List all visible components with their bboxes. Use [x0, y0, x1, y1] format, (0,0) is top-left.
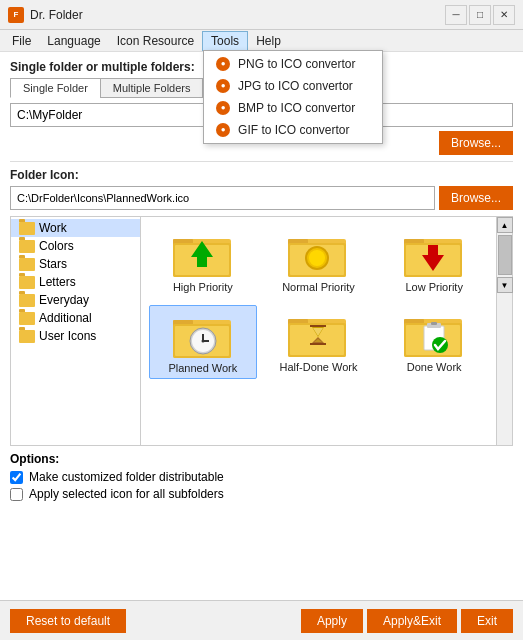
scrollbar: ▲ ▼: [496, 217, 512, 445]
icon-grid-container: High Priority Normal Priority: [141, 217, 496, 445]
dropdown-item-bmp[interactable]: ● BMP to ICO convertor: [204, 97, 382, 119]
high-priority-icon: [173, 229, 233, 281]
icon-grid: High Priority Normal Priority: [149, 225, 488, 379]
dropdown-item-png[interactable]: ● PNG to ICO convertor: [204, 53, 382, 75]
svg-rect-31: [310, 343, 326, 345]
planned-work-label: Planned Work: [168, 362, 237, 374]
apply-exit-button[interactable]: Apply&Exit: [367, 609, 457, 633]
folder-icon-everyday: [19, 294, 35, 307]
exit-button[interactable]: Exit: [461, 609, 513, 633]
tree-item-everyday[interactable]: Everyday: [11, 291, 140, 309]
reset-button[interactable]: Reset to default: [10, 609, 126, 633]
menu-language[interactable]: Language: [39, 32, 108, 50]
icon-browse-button[interactable]: Browse...: [439, 186, 513, 210]
icon-cell-half-done-work[interactable]: Half-Done Work: [265, 305, 373, 379]
svg-rect-30: [310, 325, 326, 327]
tree-item-additional[interactable]: Additional: [11, 309, 140, 327]
menu-icon-resource[interactable]: Icon Resource: [109, 32, 202, 50]
icon-cell-planned-work[interactable]: Planned Work: [149, 305, 257, 379]
tree-item-user-icons[interactable]: User Icons: [11, 327, 140, 345]
checkbox-subfolders-label: Apply selected icon for all subfolders: [29, 487, 224, 501]
planned-work-icon: [173, 310, 233, 362]
tree-item-letters[interactable]: Letters: [11, 273, 140, 291]
half-done-work-label: Half-Done Work: [279, 361, 357, 373]
tree-item-stars[interactable]: Stars: [11, 255, 140, 273]
svg-point-25: [201, 340, 204, 343]
menu-bar: File Language Icon Resource Tools ● PNG …: [0, 30, 523, 52]
low-priority-label: Low Priority: [405, 281, 462, 293]
icon-tree: Work Colors Stars Letters Everyday Addit…: [11, 217, 141, 445]
tree-item-work[interactable]: Work: [11, 219, 140, 237]
folder-icon-stars: [19, 258, 35, 271]
folder-icon-letters: [19, 276, 35, 289]
tab-single-folder[interactable]: Single Folder: [10, 78, 100, 98]
convert-icon-2: ●: [216, 79, 230, 93]
title-bar-buttons: ─ □ ✕: [445, 5, 515, 25]
normal-priority-icon: [288, 229, 348, 281]
icon-cell-low-priority[interactable]: Low Priority: [380, 225, 488, 297]
folder-icon-label: Folder Icon:: [10, 168, 513, 182]
svg-rect-42: [431, 322, 437, 325]
svg-point-11: [309, 250, 325, 266]
menu-file[interactable]: File: [4, 32, 39, 50]
normal-priority-label: Normal Priority: [282, 281, 355, 293]
tree-item-colors[interactable]: Colors: [11, 237, 140, 255]
done-work-label: Done Work: [407, 361, 462, 373]
title-bar: F Dr. Folder ─ □ ✕: [0, 0, 523, 30]
checkbox-distributable-label: Make customized folder distributable: [29, 470, 224, 484]
icon-path-row: Browse...: [10, 186, 513, 210]
options-label: Options:: [10, 452, 513, 466]
half-done-work-icon: [288, 309, 348, 361]
icon-cell-normal-priority[interactable]: Normal Priority: [265, 225, 373, 297]
checkbox-subfolders[interactable]: [10, 488, 23, 501]
menu-tools[interactable]: Tools ● PNG to ICO convertor ● JPG to IC…: [202, 31, 248, 51]
bottom-bar: Reset to default Apply Apply&Exit Exit: [0, 600, 523, 640]
tools-dropdown: ● PNG to ICO convertor ● JPG to ICO conv…: [203, 50, 383, 144]
scroll-up-button[interactable]: ▲: [497, 217, 513, 233]
app-icon: F: [8, 7, 24, 23]
folder-icon-user-icons: [19, 330, 35, 343]
dropdown-item-gif[interactable]: ● GIF to ICO convertor: [204, 119, 382, 141]
app-title: Dr. Folder: [30, 8, 445, 22]
checkbox-row-1[interactable]: Make customized folder distributable: [10, 470, 513, 484]
low-priority-icon: [404, 229, 464, 281]
icon-path-input[interactable]: [10, 186, 435, 210]
dropdown-item-jpg[interactable]: ● JPG to ICO convertor: [204, 75, 382, 97]
tab-multiple-folders[interactable]: Multiple Folders: [100, 78, 204, 98]
folder-icon-work: [19, 222, 35, 235]
high-priority-label: High Priority: [173, 281, 233, 293]
convert-icon: ●: [216, 57, 230, 71]
icon-browser: Work Colors Stars Letters Everyday Addit…: [10, 216, 513, 446]
done-work-icon: [404, 309, 464, 361]
close-button[interactable]: ✕: [493, 5, 515, 25]
maximize-button[interactable]: □: [469, 5, 491, 25]
convert-icon-4: ●: [216, 123, 230, 137]
icon-cell-high-priority[interactable]: High Priority: [149, 225, 257, 297]
apply-button[interactable]: Apply: [301, 609, 363, 633]
divider-1: [10, 161, 513, 162]
menu-help[interactable]: Help: [248, 32, 289, 50]
scrollbar-thumb[interactable]: [498, 235, 512, 275]
folder-browse-button[interactable]: Browse...: [439, 131, 513, 155]
icon-cell-done-work[interactable]: Done Work: [380, 305, 488, 379]
checkbox-distributable[interactable]: [10, 471, 23, 484]
convert-icon-3: ●: [216, 101, 230, 115]
folder-icon-additional: [19, 312, 35, 325]
scroll-down-button[interactable]: ▼: [497, 277, 513, 293]
minimize-button[interactable]: ─: [445, 5, 467, 25]
folder-icon-colors: [19, 240, 35, 253]
options-section: Options: Make customized folder distribu…: [10, 452, 513, 501]
checkbox-row-2[interactable]: Apply selected icon for all subfolders: [10, 487, 513, 501]
